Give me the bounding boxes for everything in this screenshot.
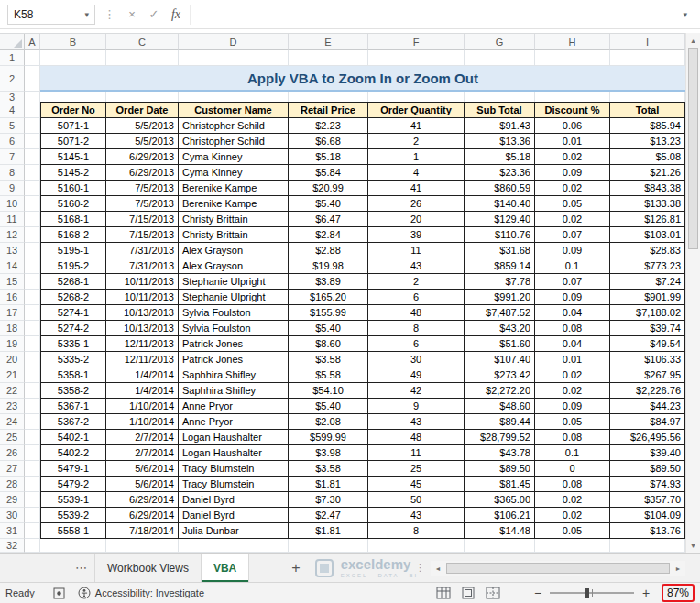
cell-I21[interactable]: $267.95 (610, 367, 685, 383)
cell-A30[interactable] (25, 508, 40, 523)
row-header-22[interactable]: 22 (0, 383, 25, 399)
cell-D7[interactable]: Cyma Kinney (179, 149, 289, 165)
cell-I22[interactable]: $2,226.76 (610, 383, 685, 399)
cell-I27[interactable]: $89.50 (610, 461, 685, 477)
cell-B31[interactable]: 5558-1 (40, 523, 106, 539)
column-header-F[interactable]: F (368, 34, 465, 50)
cell-I17[interactable]: $7,188.02 (610, 305, 685, 321)
cell-G6[interactable]: $13.36 (465, 134, 535, 149)
cell-A12[interactable] (25, 227, 40, 243)
cell-B19[interactable]: 5335-1 (40, 336, 106, 352)
cell-F32[interactable] (368, 539, 465, 553)
row-header-9[interactable]: 9 (0, 181, 25, 196)
cell-F8[interactable]: 4 (368, 165, 465, 181)
cell-F12[interactable]: 39 (368, 227, 465, 243)
cell-C17[interactable]: 10/13/2013 (106, 305, 179, 321)
cell-D32[interactable] (179, 539, 289, 553)
cell-H22[interactable]: 0.02 (535, 383, 610, 399)
column-header-B[interactable]: B (40, 34, 106, 50)
cell-I6[interactable]: $13.23 (610, 134, 685, 149)
cell-G22[interactable]: $2,272.20 (465, 383, 535, 399)
cell-A6[interactable] (25, 134, 40, 149)
cell-C15[interactable]: 10/11/2013 (106, 274, 179, 290)
cell-C21[interactable]: 1/4/2014 (106, 367, 179, 383)
horizontal-scrollbar-thumb[interactable] (446, 563, 670, 574)
row-header-1[interactable]: 1 (0, 50, 25, 66)
cell-E28[interactable]: $1.81 (289, 477, 368, 492)
cell-H30[interactable]: 0.02 (535, 508, 610, 523)
cell-A19[interactable] (25, 336, 40, 352)
cell-C32[interactable] (106, 539, 179, 553)
cell-H19[interactable]: 0.04 (535, 336, 610, 352)
cell-A13[interactable] (25, 243, 40, 258)
cell-A11[interactable] (25, 212, 40, 227)
cell-F14[interactable]: 43 (368, 258, 465, 274)
column-header-A[interactable]: A (25, 34, 40, 50)
cell-H12[interactable]: 0.07 (535, 227, 610, 243)
cell-H13[interactable]: 0.09 (535, 243, 610, 258)
cell-E8[interactable]: $5.84 (289, 165, 368, 181)
cell-A21[interactable] (25, 367, 40, 383)
cell-G3[interactable] (465, 92, 535, 102)
cell-I8[interactable]: $21.26 (610, 165, 685, 181)
cell-G7[interactable]: $5.18 (465, 149, 535, 165)
cell-B4[interactable]: Order No (40, 102, 106, 118)
cell-I13[interactable]: $28.83 (610, 243, 685, 258)
cell-E31[interactable]: $1.81 (289, 523, 368, 539)
cell-I29[interactable]: $357.70 (610, 492, 685, 508)
cell-E17[interactable]: $155.99 (289, 305, 368, 321)
cell-I14[interactable]: $773.23 (610, 258, 685, 274)
cell-G23[interactable]: $48.60 (465, 399, 535, 414)
cell-G1[interactable] (465, 50, 535, 66)
column-header-D[interactable]: D (179, 34, 289, 50)
cell-I23[interactable]: $44.23 (610, 399, 685, 414)
cell-I24[interactable]: $84.97 (610, 414, 685, 430)
cell-I10[interactable]: $133.38 (610, 196, 685, 212)
cell-B23[interactable]: 5367-1 (40, 399, 106, 414)
row-header-20[interactable]: 20 (0, 352, 25, 367)
cell-I25[interactable]: $26,495.56 (610, 430, 685, 445)
cell-H1[interactable] (535, 50, 610, 66)
cell-A24[interactable] (25, 414, 40, 430)
cell-B32[interactable] (40, 539, 106, 553)
cell-A27[interactable] (25, 461, 40, 477)
cell-H27[interactable]: 0 (535, 461, 610, 477)
cell-F21[interactable]: 49 (368, 367, 465, 383)
zoom-slider-thumb[interactable] (585, 588, 589, 598)
row-header-10[interactable]: 10 (0, 196, 25, 212)
cell-B27[interactable]: 5479-1 (40, 461, 106, 477)
sheet-tab-workbook-views[interactable]: Workbook Views (94, 554, 202, 582)
cell-E32[interactable] (289, 539, 368, 553)
cell-C31[interactable]: 7/18/2014 (106, 523, 179, 539)
cell-C19[interactable]: 12/11/2013 (106, 336, 179, 352)
cell-E11[interactable]: $6.47 (289, 212, 368, 227)
cell-F13[interactable]: 11 (368, 243, 465, 258)
cell-H3[interactable] (535, 92, 610, 102)
cell-A15[interactable] (25, 274, 40, 290)
cell-C22[interactable]: 1/4/2014 (106, 383, 179, 399)
cell-I12[interactable]: $103.01 (610, 227, 685, 243)
cell-E22[interactable]: $54.10 (289, 383, 368, 399)
sheet-tab-vba[interactable]: VBA (202, 554, 249, 582)
cell-D28[interactable]: Tracy Blumstein (179, 477, 289, 492)
cell-D5[interactable]: Christopher Schild (179, 118, 289, 134)
cell-A22[interactable] (25, 383, 40, 399)
cell-G29[interactable]: $365.00 (465, 492, 535, 508)
cell-F26[interactable]: 11 (368, 445, 465, 461)
cell-B26[interactable]: 5402-2 (40, 445, 106, 461)
cell-E15[interactable]: $3.89 (289, 274, 368, 290)
cell-F4[interactable]: Order Quantity (368, 102, 465, 118)
cell-C29[interactable]: 6/29/2014 (106, 492, 179, 508)
cell-G9[interactable]: $860.59 (465, 181, 535, 196)
row-header-17[interactable]: 17 (0, 305, 25, 321)
row-header-18[interactable]: 18 (0, 321, 25, 336)
row-header-32[interactable]: 32 (0, 539, 25, 553)
cell-C4[interactable]: Order Date (106, 102, 179, 118)
cell-I31[interactable]: $13.76 (610, 523, 685, 539)
zoom-percentage[interactable]: 87% (662, 584, 695, 602)
cell-H26[interactable]: 0.1 (535, 445, 610, 461)
cell-A10[interactable] (25, 196, 40, 212)
row-header-5[interactable]: 5 (0, 118, 25, 134)
cell-G15[interactable]: $7.78 (465, 274, 535, 290)
cell-A25[interactable] (25, 430, 40, 445)
